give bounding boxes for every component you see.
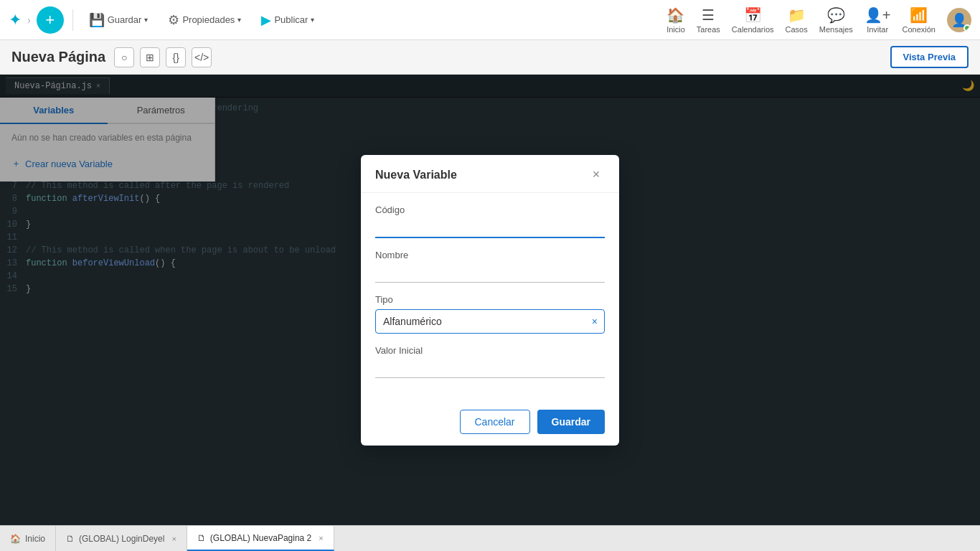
calendar-icon: 📅 bbox=[744, 6, 762, 24]
mensajes-nav-item[interactable]: 💬 Mensajes bbox=[819, 6, 853, 34]
bottom-bar: 🏠 Inicio 🗋 (GLOBAL) LoginDeyel × 🗋 (GLOB… bbox=[0, 525, 980, 551]
publicar-button[interactable]: ▶ Publicar ▾ bbox=[254, 8, 321, 32]
home-icon: 🏠 bbox=[666, 6, 684, 24]
cases-icon: 📁 bbox=[788, 6, 806, 24]
modal-footer: Cancelar Guardar bbox=[361, 401, 619, 446]
save-icon: 💾 bbox=[89, 12, 105, 28]
nueva-variable-modal: Nueva Variable × Código Nombre Tipo bbox=[361, 155, 619, 446]
valor-inicial-label: Valor Inicial bbox=[375, 345, 605, 356]
calendarios-nav-item[interactable]: 📅 Calendarios bbox=[732, 6, 774, 34]
settings-icon: ⚙ bbox=[168, 12, 179, 28]
breadcrumb-arrow-icon: › bbox=[27, 14, 31, 26]
propiedades-button[interactable]: ⚙ Propiedades ▾ bbox=[161, 8, 248, 32]
close-icon: × bbox=[593, 167, 600, 182]
avatar-online-dot bbox=[963, 24, 971, 32]
tipo-label: Tipo bbox=[375, 294, 605, 305]
tipo-select-clear-icon[interactable]: × bbox=[592, 316, 598, 327]
page-header-icons: ○ ⊞ {} </> bbox=[114, 47, 212, 67]
preview-button[interactable]: Vista Previa bbox=[890, 46, 969, 68]
file-icon-2: 🗋 bbox=[197, 533, 206, 543]
invitar-nav-item[interactable]: 👤+ Invitar bbox=[864, 6, 891, 34]
casos-nav-item[interactable]: 📁 Casos bbox=[786, 6, 808, 34]
circle-icon-btn[interactable]: ○ bbox=[114, 47, 134, 67]
modal-body: Código Nombre Tipo Alfanumérico Numérico… bbox=[361, 193, 619, 401]
tasks-icon: ☰ bbox=[702, 6, 715, 24]
braces-icon-btn[interactable]: {} bbox=[166, 47, 186, 67]
tipo-select-wrapper: Alfanumérico Numérico Fecha Booleano × bbox=[375, 309, 605, 334]
tipo-select[interactable]: Alfanumérico Numérico Fecha Booleano bbox=[375, 309, 605, 334]
nav-separator bbox=[72, 9, 73, 31]
bottom-tab-1[interactable]: 🗋 (GLOBAL) LoginDeyel × bbox=[56, 526, 187, 551]
propiedades-chevron-icon: ▾ bbox=[237, 16, 241, 24]
top-navigation: ✦ › + 💾 Guardar ▾ ⚙ Propiedades ▾ ▶ Publ… bbox=[0, 0, 980, 40]
nombre-group: Nombre bbox=[375, 250, 605, 283]
valor-inicial-group: Valor Inicial bbox=[375, 345, 605, 378]
conexion-nav-item[interactable]: 📶 Conexión bbox=[903, 6, 936, 34]
avatar[interactable]: 👤 bbox=[947, 8, 971, 32]
invite-icon: 👤+ bbox=[864, 6, 891, 24]
code-icon-btn[interactable]: </> bbox=[192, 47, 212, 67]
modal-title: Nueva Variable bbox=[375, 169, 457, 182]
grid-icon-btn[interactable]: ⊞ bbox=[140, 47, 160, 67]
close-tab-2-icon[interactable]: × bbox=[319, 534, 323, 542]
publish-icon: ▶ bbox=[261, 12, 271, 28]
nav-left: ✦ › + 💾 Guardar ▾ ⚙ Propiedades ▾ ▶ Publ… bbox=[9, 6, 321, 34]
guardar-button[interactable]: 💾 Guardar ▾ bbox=[82, 8, 156, 32]
logo-icon[interactable]: ✦ bbox=[9, 11, 22, 29]
valor-inicial-input[interactable] bbox=[375, 360, 605, 378]
messages-icon: 💬 bbox=[827, 6, 845, 24]
save-button[interactable]: Guardar bbox=[537, 410, 605, 434]
close-tab-1-icon[interactable]: × bbox=[171, 534, 176, 543]
nombre-input[interactable] bbox=[375, 265, 605, 283]
tareas-nav-item[interactable]: ☰ Tareas bbox=[697, 6, 720, 34]
cancel-button[interactable]: Cancelar bbox=[460, 410, 530, 434]
publicar-chevron-icon: ▾ bbox=[311, 16, 314, 24]
nombre-label: Nombre bbox=[375, 250, 605, 260]
modal-header: Nueva Variable × bbox=[361, 155, 619, 193]
codigo-input[interactable] bbox=[375, 220, 605, 238]
plus-icon: + bbox=[45, 11, 55, 29]
modal-close-button[interactable]: × bbox=[588, 166, 605, 184]
inicio-nav-item[interactable]: 🏠 Inicio bbox=[666, 6, 685, 34]
editor-wrapper: Nueva-Página.js × 🌙 1 // This method is … bbox=[0, 75, 980, 525]
codigo-group: Código bbox=[375, 204, 605, 238]
modal-overlay: Nueva Variable × Código Nombre Tipo bbox=[0, 75, 980, 525]
page-header: Nueva Página ○ ⊞ {} </> Vista Previa bbox=[0, 40, 980, 75]
home-bottom-icon: 🏠 bbox=[10, 534, 21, 544]
home-bottom-tab[interactable]: 🏠 Inicio bbox=[0, 526, 56, 551]
add-button[interactable]: + bbox=[37, 6, 64, 34]
bottom-tab-2[interactable]: 🗋 (GLOBAL) NuevaPagina 2 × bbox=[187, 526, 334, 551]
nav-right: 🏠 Inicio ☰ Tareas 📅 Calendarios 📁 Casos … bbox=[666, 6, 971, 34]
file-icon-1: 🗋 bbox=[66, 534, 75, 544]
tipo-group: Tipo Alfanumérico Numérico Fecha Boolean… bbox=[375, 294, 605, 334]
codigo-label: Código bbox=[375, 204, 605, 215]
page-title: Nueva Página bbox=[11, 49, 105, 65]
guardar-chevron-icon: ▾ bbox=[144, 16, 148, 24]
connection-icon: 📶 bbox=[910, 6, 928, 24]
